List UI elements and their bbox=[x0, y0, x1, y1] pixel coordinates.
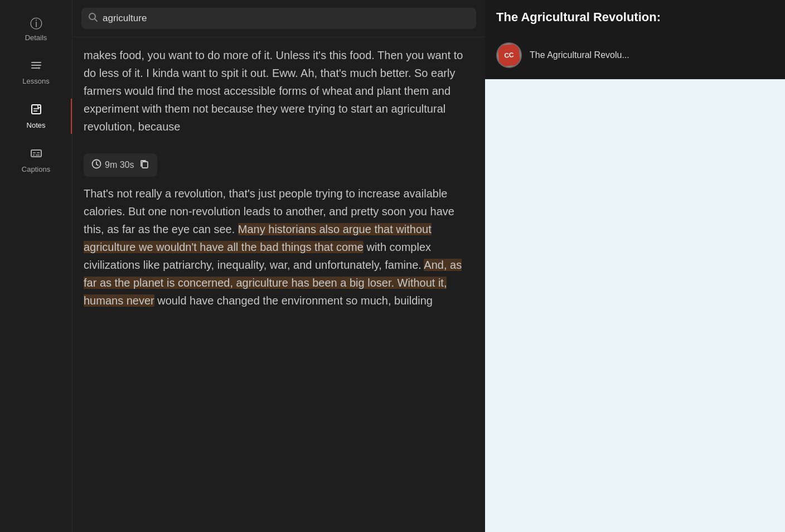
notes-content: makes food, you want to do more of it. U… bbox=[72, 37, 485, 532]
svg-line-15 bbox=[96, 165, 98, 166]
right-panel: The Agricultural Revolution: CC The Agri… bbox=[485, 0, 785, 532]
lessons-icon bbox=[30, 60, 42, 74]
right-header-title: The Agricultural Revolution: bbox=[496, 10, 774, 25]
timestamp-bar: 9m 30s bbox=[84, 153, 157, 177]
clock-icon bbox=[91, 159, 101, 171]
notes-icon bbox=[30, 103, 42, 118]
cc-badge: CC bbox=[497, 43, 520, 66]
svg-rect-3 bbox=[32, 105, 41, 114]
sidebar-item-notes-label: Notes bbox=[27, 121, 46, 129]
search-input-wrapper[interactable]: agriculture bbox=[81, 8, 476, 29]
timestamp-value: 9m 30s bbox=[105, 160, 134, 170]
right-header: The Agricultural Revolution: bbox=[485, 0, 785, 35]
sidebar-item-lessons-label: Lessons bbox=[22, 77, 49, 85]
sidebar: ⓘ Details Lessons Notes bbox=[0, 0, 72, 532]
first-text-block: makes food, you want to do more of it. U… bbox=[84, 46, 474, 136]
svg-rect-6 bbox=[31, 150, 41, 157]
search-icon bbox=[88, 12, 98, 25]
search-bar: agriculture bbox=[72, 0, 485, 37]
middle-panel: agriculture makes food, you want to do m… bbox=[72, 0, 485, 532]
details-icon: ⓘ bbox=[30, 18, 42, 30]
copy-icon[interactable] bbox=[139, 159, 149, 171]
video-info-bar: CC The Agricultural Revolu... bbox=[485, 35, 785, 79]
channel-avatar: CC bbox=[496, 42, 522, 68]
svg-rect-16 bbox=[142, 162, 148, 168]
captions-icon bbox=[30, 147, 42, 162]
sidebar-item-details-label: Details bbox=[25, 33, 47, 42]
video-title: The Agricultural Revolu... bbox=[530, 50, 629, 60]
sidebar-item-captions[interactable]: Captions bbox=[0, 138, 72, 182]
text-after-highlight: would have changed the environment so mu… bbox=[154, 294, 433, 307]
note-section-1: makes food, you want to do more of it. U… bbox=[72, 37, 485, 136]
note-section-2: 9m 30s That's not really a revolution, t… bbox=[72, 144, 485, 309]
sidebar-item-captions-label: Captions bbox=[22, 165, 50, 173]
sidebar-item-details[interactable]: ⓘ Details bbox=[0, 9, 72, 51]
timestamp: 9m 30s bbox=[91, 159, 134, 171]
svg-line-12 bbox=[95, 19, 98, 22]
right-content-area bbox=[485, 79, 785, 532]
second-text-block: That's not really a revolution, that's j… bbox=[84, 185, 474, 309]
sidebar-item-notes[interactable]: Notes bbox=[0, 94, 72, 138]
search-input[interactable]: agriculture bbox=[103, 13, 469, 24]
sidebar-item-lessons[interactable]: Lessons bbox=[0, 51, 72, 94]
